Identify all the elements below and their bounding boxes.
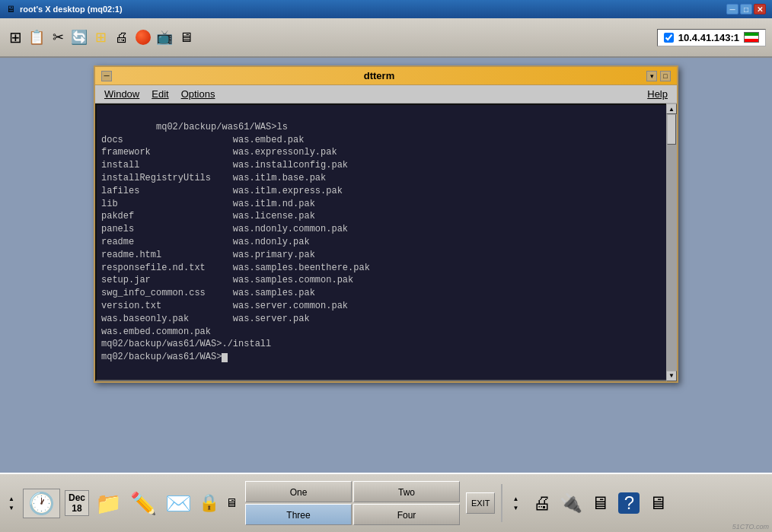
- taskbar: ▲ ▼ 🕐 Dec 18 📁 ✏️ ✉️ 🔒 🖥 One: [0, 473, 772, 532]
- ip-address: 10.4.41.143:1: [678, 32, 739, 43]
- flag-icon: [744, 32, 759, 43]
- exit-button[interactable]: EXIT: [466, 492, 495, 514]
- task-btn-three[interactable]: Three: [245, 504, 352, 525]
- tb-icon-4[interactable]: 🔄: [70, 28, 88, 46]
- toolbar: ⊞ 📋 ✂ 🔄 ⊞ 🖨 📺 🖥: [6, 28, 654, 46]
- folder-icon: 📁: [95, 491, 122, 516]
- tb-icon-1[interactable]: ⊞: [6, 28, 24, 46]
- task-buttons: One Two Three Four: [245, 481, 460, 525]
- maximize-button[interactable]: □: [740, 4, 752, 14]
- help-icon: ?: [618, 492, 640, 514]
- app-icon-1[interactable]: 📁: [92, 480, 124, 526]
- tb-icon-8[interactable]: 📺: [155, 28, 174, 46]
- ip-display: 10.4.41.143:1: [657, 29, 766, 46]
- dtterm-close-btn[interactable]: ─: [101, 71, 112, 81]
- task-btn-two[interactable]: Two: [353, 481, 460, 502]
- menu-help[interactable]: Help: [641, 87, 674, 101]
- tb-icon-7[interactable]: [134, 28, 152, 46]
- pen-icon: ✏️: [130, 491, 157, 516]
- r-scroll-up[interactable]: ▲: [509, 494, 522, 503]
- right-icons: 🖨 🔌 🖥 ? 🖥: [528, 484, 672, 522]
- monitor-small-icon: 🖥: [225, 496, 238, 510]
- dtterm-min-btn[interactable]: ▾: [646, 71, 657, 81]
- separator-1: [501, 484, 502, 522]
- dtterm-window: ─ dtterm ▾ □ Window Edit Options Help mq…: [94, 65, 678, 383]
- lock-icon-area: 🔒: [199, 493, 219, 513]
- scroll-up-arrow[interactable]: ▲: [666, 104, 677, 114]
- envelope-icon: ✉️: [165, 491, 192, 516]
- r-scroll-down[interactable]: ▼: [509, 503, 522, 512]
- clock-day: 18: [72, 503, 81, 514]
- close-button[interactable]: ✕: [754, 4, 766, 14]
- clock-date: Dec 18: [65, 490, 89, 516]
- tb-icon-5[interactable]: ⊞: [91, 28, 110, 46]
- dtterm-menubar: Window Edit Options Help: [95, 85, 677, 104]
- app-icon-extra[interactable]: 🖥: [644, 484, 672, 522]
- scroll-thumb[interactable]: [667, 114, 676, 145]
- network-icon-btn[interactable]: 🔌: [557, 484, 585, 522]
- window-controls: ─ □ ✕: [726, 4, 766, 14]
- settings-icon-btn[interactable]: 🖥: [586, 484, 614, 522]
- task-btn-four[interactable]: Four: [353, 504, 460, 525]
- settings-icon: 🖥: [591, 492, 609, 514]
- menu-options[interactable]: Options: [175, 87, 222, 101]
- clock-widget: 🕐: [23, 489, 60, 518]
- clock-month: Dec: [69, 492, 85, 503]
- scroll-down-arrow[interactable]: ▼: [666, 371, 677, 381]
- window-icon: 🖥: [6, 4, 15, 14]
- printer-icon: 🖨: [533, 492, 551, 514]
- clock-icon: 🕐: [28, 491, 55, 516]
- tb-icon-2[interactable]: 📋: [27, 28, 46, 46]
- dtterm-title: dtterm: [113, 70, 645, 81]
- terminal-content: mq02/backup/was61/WAS>ls docs was.embed.…: [101, 122, 370, 362]
- tb-icon-6[interactable]: 🖨: [113, 28, 131, 46]
- left-scroll: ▲ ▼: [5, 494, 18, 512]
- minimize-button[interactable]: ─: [726, 4, 739, 14]
- menu-edit[interactable]: Edit: [145, 87, 174, 101]
- terminal-scrollbar[interactable]: ▲ ▼: [666, 104, 677, 381]
- help-icon-btn[interactable]: ?: [615, 484, 643, 522]
- ip-checkbox[interactable]: [664, 33, 674, 43]
- extra-icon: 🖥: [649, 492, 667, 514]
- brand-logo: 51CTO.com: [732, 523, 769, 530]
- task-btn-one[interactable]: One: [245, 481, 352, 502]
- window-title: root's X desktop (mq02:1): [20, 5, 726, 14]
- terminal-body[interactable]: mq02/backup/was61/WAS>ls docs was.embed.…: [95, 104, 677, 381]
- network-icon: 🔌: [560, 492, 582, 514]
- right-scroll-1: ▲ ▼: [509, 494, 522, 512]
- menu-window[interactable]: Window: [98, 87, 145, 101]
- desktop: ─ dtterm ▾ □ Window Edit Options Help mq…: [0, 58, 772, 473]
- printer-icon-btn[interactable]: 🖨: [528, 484, 556, 522]
- tb-icon-3[interactable]: ✂: [49, 28, 67, 46]
- dtterm-titlebar: ─ dtterm ▾ □: [95, 67, 677, 85]
- lock-icon: 🔒: [199, 493, 219, 513]
- scroll-down-left[interactable]: ▼: [5, 503, 18, 512]
- scroll-up-left[interactable]: ▲: [5, 494, 18, 503]
- tb-icon-9[interactable]: 🖥: [177, 28, 195, 46]
- dtterm-max-btn[interactable]: □: [660, 71, 671, 81]
- scroll-track: [666, 145, 677, 371]
- app-icon-3[interactable]: ✉️: [162, 480, 194, 526]
- app-icon-2[interactable]: ✏️: [127, 480, 159, 526]
